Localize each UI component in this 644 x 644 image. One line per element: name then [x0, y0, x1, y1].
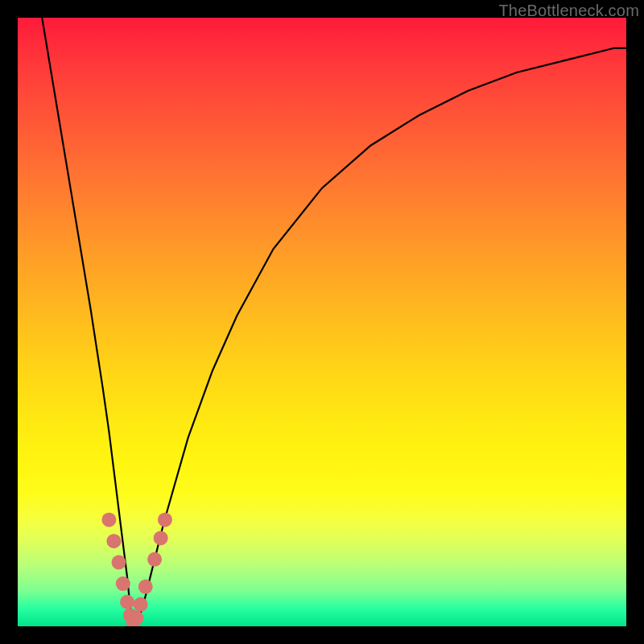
plot-area [18, 18, 626, 626]
data-marker [134, 597, 148, 612]
data-marker [106, 534, 121, 548]
data-marker [116, 576, 130, 591]
data-marker [138, 580, 153, 594]
curve-layer [18, 18, 626, 626]
data-marker [101, 513, 116, 527]
bottleneck-curve [42, 18, 626, 626]
chart-frame: TheBottleneck.com [0, 0, 644, 644]
data-marker [129, 610, 143, 625]
curve-group [42, 18, 626, 626]
data-marker [147, 552, 162, 567]
data-marker [158, 513, 172, 527]
watermark-text: TheBottleneck.com [498, 2, 639, 20]
data-marker [120, 595, 134, 609]
data-marker [112, 555, 126, 570]
data-marker [154, 530, 168, 545]
